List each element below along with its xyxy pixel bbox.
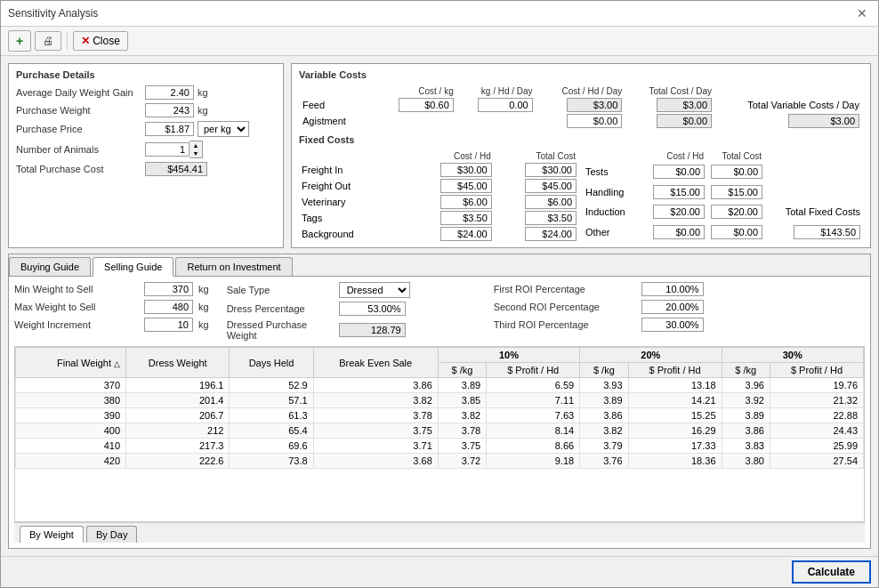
print-button[interactable]: 🖨 [35,31,61,51]
calculate-button[interactable]: Calculate [792,560,871,584]
induction-cost-hd[interactable] [653,205,705,219]
add-button[interactable]: + [8,30,31,52]
sub-col-profit3: $ Profit / Hd [770,363,863,378]
max-weight-input[interactable] [144,300,193,314]
veterinary-label: Veterinary [299,194,410,210]
spinner-down-button[interactable]: ▼ [190,149,202,157]
first-roi-row: First ROI Percentage [494,282,704,296]
window-close-button[interactable]: ✕ [853,6,871,20]
num-animals-spinner: ▲ ▼ [145,141,203,158]
spinner-up-button[interactable]: ▲ [190,141,202,149]
first-roi-input[interactable] [641,282,704,296]
other-cost-hd[interactable] [653,225,705,239]
final-weight-label: Final Weight [57,358,111,368]
tab-roi[interactable]: Return on Investment [175,257,292,276]
agistment-row: Agistment [299,113,863,129]
avg-daily-weight-unit: kg [198,87,208,98]
avg-daily-weight-row: Average Daily Weight Gain kg [16,85,276,100]
tags-cost-hd[interactable] [440,211,492,225]
feed-kg-hd-day[interactable] [478,98,533,112]
vc-col-total-cost-day: Total Cost / Day [625,85,715,97]
tags-total [525,211,577,225]
weight-increment-input[interactable] [144,318,193,332]
col-10pct-header: 10% [438,348,579,363]
purchase-price-label: Purchase Price [16,124,145,134]
toolbar-separator [67,32,68,50]
agistment-cost-hd-day[interactable] [567,114,622,128]
bottom-tabs: By Weight By Day [14,522,865,543]
freight-in-cost-hd[interactable] [440,163,492,177]
dress-percentage-row: Dress Percentage [227,302,476,316]
agistment-label: Agistment [299,113,383,129]
third-roi-input[interactable] [641,318,704,332]
tests-cost-hd[interactable] [653,165,705,179]
fixed-costs-layout: Cost / Hd Total Cost Freight In [299,150,863,242]
results-table: Final Weight △ Dress Weight Days Held Br… [15,347,864,469]
table-row: 420 222.6 73.8 3.68 3.72 9.18 3.76 18.36… [16,454,864,469]
tab-selling-guide[interactable]: Selling Guide [93,257,173,277]
col-final-weight-header: Final Weight △ [16,348,126,378]
num-animals-input[interactable] [145,142,190,157]
sale-type-select[interactable]: Dressed Live [339,282,410,298]
tab-by-day[interactable]: By Day [86,526,137,543]
sub-col-kg1: $ /kg [438,363,486,378]
min-weight-unit: kg [198,284,209,294]
plus-icon: + [16,34,23,48]
feed-cost-per-kg[interactable] [399,98,454,112]
fc-col-total: Total Cost [495,150,579,162]
max-weight-label: Max Weight to Sell [14,302,139,312]
tests-row: Tests [583,162,863,182]
purchase-weight-input[interactable] [145,103,194,117]
sub-col-profit2: $ Profit / Hd [628,363,722,378]
num-animals-row: Number of Animals ▲ ▼ [16,141,276,158]
handling-total [711,185,762,199]
total-var-costs-value [788,114,859,128]
second-roi-input[interactable] [641,300,704,314]
dress-percentage-input[interactable] [339,302,406,316]
top-section: Purchase Details Average Daily Weight Ga… [8,63,871,248]
min-weight-label: Min Weight to Sell [14,284,139,294]
dressed-purchase-weight-value [339,323,406,337]
handling-cost-hd[interactable] [653,185,705,199]
avg-daily-weight-label: Average Daily Weight Gain [16,87,145,98]
main-tabs: Buying Guide Selling Guide Return on Inv… [9,254,870,277]
feed-label: Feed [299,97,383,113]
close-label: Close [93,35,120,47]
purchase-price-group: per kg per hd [145,121,249,137]
freight-in-total [525,163,577,177]
fixed-costs-right-table: Cost / Hd Total Cost Tests [583,150,863,242]
other-total [711,225,762,239]
tests-label: Tests [583,162,649,182]
avg-daily-weight-input[interactable] [145,85,194,100]
data-table-container[interactable]: Final Weight △ Dress Weight Days Held Br… [14,346,865,522]
freight-out-total [525,179,577,193]
vc-col-kg-hd-day: kg / Hd / Day [457,85,536,97]
close-icon: ✕ [81,35,90,47]
fc-col-cost-hd: Cost / Hd [410,150,495,162]
vet-total [525,195,577,209]
feed-row: Feed Total Variable Costs / Day [299,97,863,113]
background-row: Background [299,226,579,242]
min-weight-row: Min Weight to Sell kg [14,282,209,296]
purchase-details-title: Purchase Details [16,69,276,80]
purchase-price-unit-select[interactable]: per kg per hd [198,121,249,137]
min-weight-input[interactable] [144,282,193,296]
sub-col-profit1: $ Profit / Hd [487,363,580,378]
freight-in-label: Freight In [299,162,410,178]
vet-cost-hd[interactable] [440,195,492,209]
fc-col-total-2: Total Cost [707,150,765,162]
tags-row: Tags [299,210,579,226]
num-animals-label: Number of Animals [16,144,145,155]
tab-by-weight[interactable]: By Weight [20,526,84,543]
purchase-price-input[interactable] [145,122,194,136]
feed-total-cost-day [657,98,712,112]
background-cost-hd[interactable] [440,227,492,241]
variable-costs-table: Cost / kg kg / Hd / Day Cost / Hd / Day … [299,85,863,129]
freight-out-cost-hd[interactable] [440,179,492,193]
tab-buying-guide[interactable]: Buying Guide [9,257,91,276]
col-break-even-header: Break Even Sale [313,348,438,378]
second-roi-row: Second ROI Percentage [494,300,704,314]
table-row: 380 201.4 57.1 3.82 3.85 7.11 3.89 14.21… [16,393,864,408]
main-window: Sensitivity Analysis ✕ + 🖨 ✕ Close Purch… [0,0,879,588]
close-button[interactable]: ✕ Close [73,31,128,51]
